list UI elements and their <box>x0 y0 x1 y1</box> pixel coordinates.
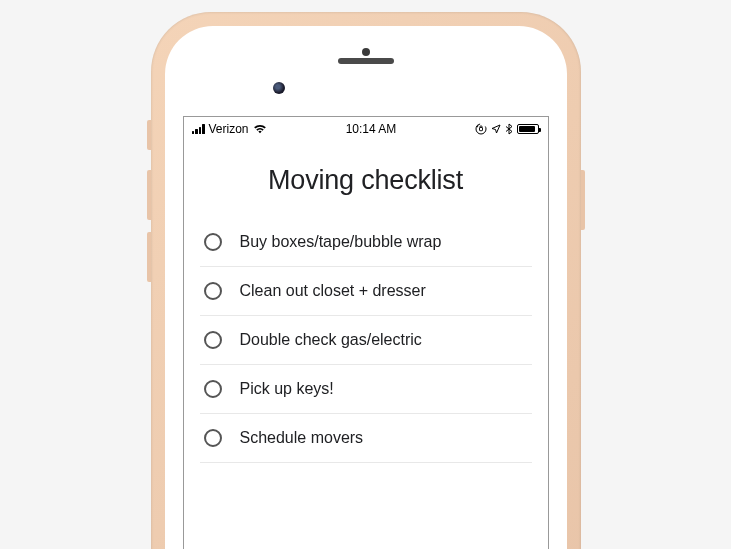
checkbox-circle-icon[interactable] <box>204 380 222 398</box>
page-title: Moving checklist <box>200 165 532 196</box>
checkbox-circle-icon[interactable] <box>204 282 222 300</box>
list-item-label: Clean out closet + dresser <box>240 282 426 300</box>
list-item-label: Buy boxes/tape/bubble wrap <box>240 233 442 251</box>
list-item[interactable]: Double check gas/electric <box>200 316 532 365</box>
list-item[interactable]: Buy boxes/tape/bubble wrap <box>200 218 532 267</box>
list-item[interactable]: Clean out closet + dresser <box>200 267 532 316</box>
status-right <box>475 123 539 135</box>
phone-volume-up <box>147 170 151 220</box>
phone-frame: Verizon 10:14 AM <box>151 12 581 549</box>
phone-volume-down <box>147 232 151 282</box>
svg-rect-1 <box>480 128 483 131</box>
phone-screen: Verizon 10:14 AM <box>183 116 549 549</box>
list-item[interactable]: Pick up keys! <box>200 365 532 414</box>
cellular-signal-icon <box>192 124 205 134</box>
status-left: Verizon <box>192 122 267 136</box>
checkbox-circle-icon[interactable] <box>204 331 222 349</box>
wifi-icon <box>253 124 267 134</box>
phone-sensor <box>362 48 370 56</box>
battery-icon <box>517 124 539 134</box>
carrier-label: Verizon <box>209 122 249 136</box>
checkbox-circle-icon[interactable] <box>204 429 222 447</box>
status-bar: Verizon 10:14 AM <box>184 117 548 141</box>
rotation-lock-icon <box>475 123 487 135</box>
list-item[interactable]: Schedule movers <box>200 414 532 463</box>
app-content: Moving checklist Buy boxes/tape/bubble w… <box>184 141 548 463</box>
phone-front-camera <box>273 82 285 94</box>
bluetooth-icon <box>505 123 513 135</box>
location-icon <box>491 124 501 134</box>
phone-mute-switch <box>147 120 151 150</box>
list-item-label: Schedule movers <box>240 429 364 447</box>
list-item-label: Double check gas/electric <box>240 331 422 349</box>
checkbox-circle-icon[interactable] <box>204 233 222 251</box>
status-time: 10:14 AM <box>346 122 397 136</box>
phone-bezel: Verizon 10:14 AM <box>165 26 567 549</box>
phone-power-button <box>581 170 585 230</box>
list-item-label: Pick up keys! <box>240 380 334 398</box>
phone-speaker <box>338 58 394 64</box>
